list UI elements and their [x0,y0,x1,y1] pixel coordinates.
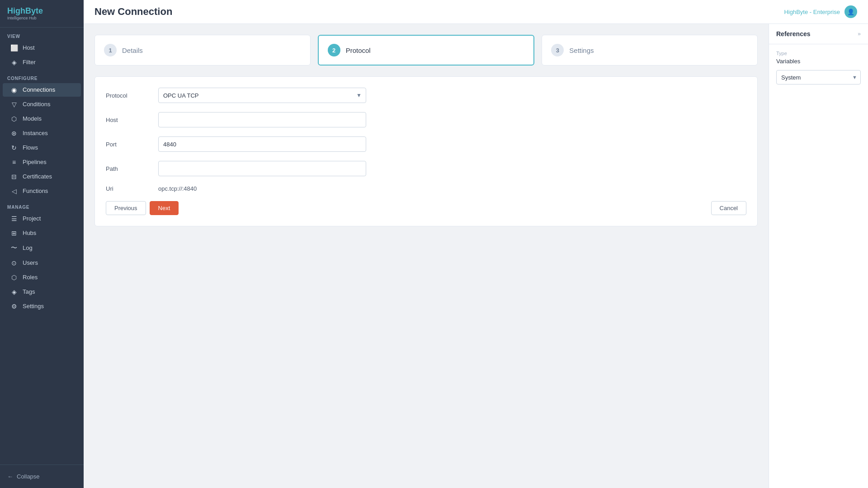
previous-button[interactable]: Previous [106,201,146,215]
sidebar-item-flows[interactable]: ↻ Flows [3,141,81,155]
content-area: 1 Details 2 Protocol 3 Settings Protocol [84,24,868,488]
sidebar-item-connections[interactable]: ◉ Connections [3,83,81,97]
form-actions: Previous Next Cancel [106,201,746,215]
logo-text: HighByte Intelligence Hub [7,6,43,21]
main-content: New Connection HighByte - Enterprise 👤 1… [84,0,868,488]
sidebar-item-log[interactable]: 〜 Log [3,241,81,255]
references-header: References » [769,24,868,44]
step-3-num: 3 [551,44,564,56]
collapse-icon: ← [7,473,13,480]
step-settings[interactable]: 3 Settings [542,35,758,66]
sidebar-item-settings[interactable]: ⚙ Settings [3,300,81,313]
logo-subtitle: Intelligence Hub [7,16,43,21]
header-right: HighByte - Enterprise 👤 [784,5,857,18]
cancel-button[interactable]: Cancel [711,201,746,215]
sidebar-item-filter[interactable]: ◈ Filter [3,56,81,69]
next-button[interactable]: Next [150,201,179,215]
references-panel: References » Type Variables System User … [769,24,868,488]
sidebar: HighByte Intelligence Hub VIEW ⬜ Host ◈ … [0,0,84,488]
connections-icon: ◉ [10,86,18,94]
form-actions-left: Previous Next [106,201,179,215]
references-title: References [776,30,811,38]
host-row: Host [106,112,746,127]
port-input[interactable] [158,136,366,152]
page-body: 1 Details 2 Protocol 3 Settings Protocol [84,24,769,488]
sidebar-item-models[interactable]: ⬡ Models [3,112,81,126]
sidebar-item-label-hubs: Hubs [23,230,36,236]
protocol-row: Protocol OPC UA TCP OPC UA WebSocket MQT… [106,88,746,103]
sidebar-item-instances[interactable]: ⊛ Instances [3,127,81,140]
protocol-label: Protocol [106,92,151,99]
sidebar-item-certificates[interactable]: ⊟ Certificates [3,170,81,183]
collapse-label: Collapse [17,473,40,480]
references-select-wrapper: System User Custom ▼ [776,70,861,84]
path-input[interactable] [158,161,366,176]
step-3-label: Settings [569,47,594,54]
sidebar-item-host[interactable]: ⬜ Host [3,41,81,55]
sidebar-item-label-connections: Connections [23,86,55,93]
sidebar-item-label-certificates: Certificates [23,173,52,180]
flows-icon: ↻ [10,144,18,151]
sidebar-item-label-log: Log [23,244,33,251]
pipelines-icon: ≡ [10,159,18,166]
sidebar-item-tags[interactable]: ◈ Tags [3,285,81,299]
sidebar-item-label-tags: Tags [23,288,35,295]
uri-value: opc.tcp://:4840 [158,185,197,192]
page-title: New Connection [94,6,172,18]
host-label: Host [106,117,151,123]
configure-section-label: CONFIGURE [0,70,84,83]
sidebar-item-label-users: Users [23,259,38,266]
page-header: New Connection HighByte - Enterprise 👤 [84,0,868,24]
tags-icon: ◈ [10,288,18,296]
form-card: Protocol OPC UA TCP OPC UA WebSocket MQT… [94,76,758,226]
uri-row: Uri opc.tcp://:4840 [106,185,746,192]
sidebar-item-label-conditions: Conditions [23,101,50,108]
references-type-label: Type [776,51,861,56]
references-select[interactable]: System User Custom [776,70,861,84]
sidebar-item-pipelines[interactable]: ≡ Pipelines [3,155,81,169]
manage-section-label: MANAGE [0,198,84,211]
project-icon: ☰ [10,215,18,222]
references-expand-icon[interactable]: » [858,31,861,37]
instances-icon: ⊛ [10,130,18,137]
references-type-value: Variables [776,58,861,65]
sidebar-item-functions[interactable]: ◁ Functions [3,184,81,198]
models-icon: ⬡ [10,115,18,122]
sidebar-item-label-project: Project [23,215,41,222]
settings-icon: ⚙ [10,303,18,310]
sidebar-item-project[interactable]: ☰ Project [3,212,81,225]
step-1-label: Details [122,47,143,54]
certificates-icon: ⊟ [10,173,18,180]
sidebar-item-label-functions: Functions [23,188,48,194]
filter-icon: ◈ [10,59,18,66]
host-icon: ⬜ [10,44,18,52]
sidebar-item-users[interactable]: ⊙ Users [3,256,81,270]
protocol-select[interactable]: OPC UA TCP OPC UA WebSocket MQTT REST [158,88,366,103]
steps-row: 1 Details 2 Protocol 3 Settings [94,35,758,66]
host-input[interactable] [158,112,366,127]
sidebar-item-label-host: Host [23,44,35,51]
sidebar-item-hubs[interactable]: ⊞ Hubs [3,226,81,240]
roles-icon: ⬡ [10,274,18,281]
sidebar-item-conditions[interactable]: ▽ Conditions [3,98,81,111]
step-2-label: Protocol [346,47,371,54]
protocol-select-wrapper: OPC UA TCP OPC UA WebSocket MQTT REST ▼ [158,88,366,103]
port-row: Port [106,136,746,152]
step-details[interactable]: 1 Details [94,35,311,66]
collapse-button[interactable]: ← Collapse [0,469,84,483]
functions-icon: ◁ [10,188,18,195]
sidebar-item-label-models: Models [23,115,42,122]
user-avatar[interactable]: 👤 [844,5,857,18]
sidebar-item-label-instances: Instances [23,130,48,136]
sidebar-item-label-settings: Settings [23,303,44,310]
step-protocol[interactable]: 2 Protocol [318,35,535,66]
conditions-icon: ▽ [10,101,18,108]
sidebar-bottom: ← Collapse [0,465,84,488]
log-icon: 〜 [10,244,18,252]
sidebar-item-label-pipelines: Pipelines [23,159,47,165]
sidebar-item-roles[interactable]: ⬡ Roles [3,271,81,284]
enterprise-label: HighByte - Enterprise [784,9,840,15]
view-section-label: VIEW [0,28,84,41]
path-label: Path [106,165,151,172]
step-2-num: 2 [328,44,340,56]
